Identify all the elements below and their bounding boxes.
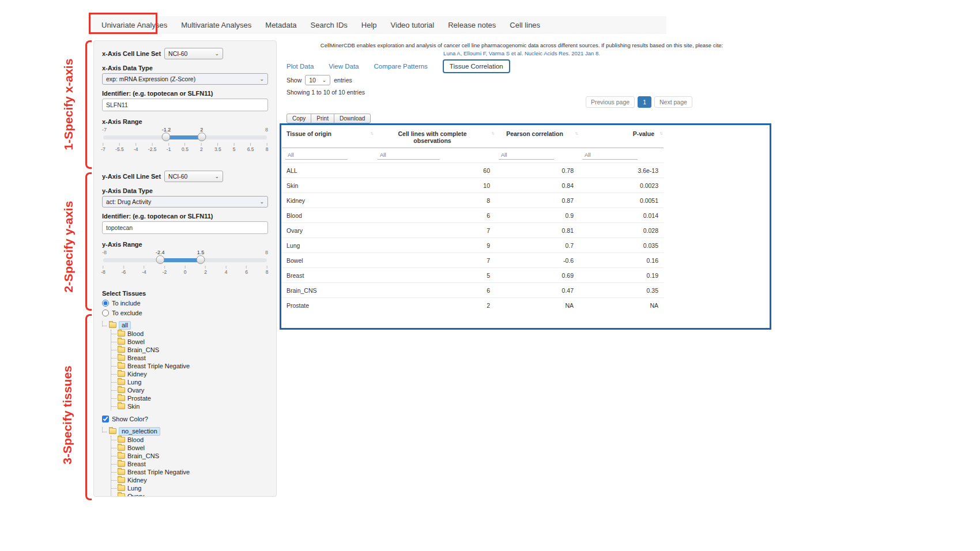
cell-pearson: 0.69 <box>495 268 579 282</box>
y-identifier-input[interactable] <box>102 221 268 234</box>
previous-page-button[interactable]: Previous page <box>586 96 635 108</box>
tree-item-label: Lung <box>127 485 141 492</box>
page-1-button[interactable]: 1 <box>638 96 651 108</box>
tree-item-ovary[interactable]: Ovary <box>111 386 268 394</box>
y-range-label: y-Axis Range <box>102 241 268 248</box>
col-header-cell-lines[interactable]: Cell lines with complete observations ↑↓ <box>374 126 495 148</box>
tree-item-breast[interactable]: Breast <box>111 354 268 362</box>
x-data-type-select[interactable]: exp: mRNA Expression (Z-Score) ⌄ <box>102 73 268 85</box>
radio-to-exclude[interactable]: To exclude <box>102 310 268 316</box>
slider-selected-bar <box>160 258 201 262</box>
x-slider-from-value: -1.2 <box>162 127 171 133</box>
to-include-radio[interactable] <box>102 300 109 307</box>
col-header-pearson-correlation[interactable]: Pearson correlation ↑↓ <box>495 126 579 148</box>
nav-univariate-analyses[interactable]: Univariate Analyses <box>101 21 167 29</box>
nav-cell-lines[interactable]: Cell lines <box>510 21 540 29</box>
tree-item-breast-triple-negative[interactable]: Breast Triple Negative <box>111 468 268 476</box>
nav-search-ids[interactable]: Search IDs <box>311 21 348 29</box>
tree-item-ovary[interactable]: Ovary <box>111 492 268 497</box>
folder-icon <box>118 485 125 491</box>
include-tissue-tree: all Blood Bowel Brain_CNS Breast Breast … <box>102 320 268 410</box>
cell-p-value: 0.0023 <box>579 178 664 193</box>
nav-video-tutorial[interactable]: Video tutorial <box>391 21 435 29</box>
tree-item-bowel[interactable]: Bowel <box>111 338 268 346</box>
cell-count: 6 <box>374 283 495 297</box>
tree-item-skin[interactable]: Skin <box>111 402 268 410</box>
y-range-slider[interactable]: -8 8 -2.4 1.5 -8 -6 -4 -2 0 2 4 6 8 <box>102 250 268 281</box>
tree-item-breast-triple-negative[interactable]: Breast Triple Negative <box>111 362 268 370</box>
col-header-p-value[interactable]: P-value ↑↓ <box>579 126 664 148</box>
table-row[interactable]: Brain_CNS 6 0.47 0.35 <box>282 282 664 297</box>
x-range-slider[interactable]: -7 8 -1.2 2 -7 -5.5 -4 -2.5 -1 0.5 2 3.5… <box>102 127 268 158</box>
table-row[interactable]: Blood 6 0.9 0.014 <box>282 207 664 222</box>
tab-tissue-correlation[interactable]: Tissue Correlation <box>443 59 510 73</box>
table-row[interactable]: Kidney 8 0.87 0.0051 <box>282 193 664 207</box>
tree-item-breast[interactable]: Breast <box>111 460 268 468</box>
copy-button[interactable]: Copy <box>287 114 311 123</box>
tree-item-brain-cns[interactable]: Brain_CNS <box>111 346 268 354</box>
table-row[interactable]: Prostate 2 NA NA <box>282 297 664 312</box>
table-row[interactable]: Skin 10 0.84 0.0023 <box>282 178 664 193</box>
sort-icon[interactable]: ↑↓ <box>659 131 662 136</box>
sort-icon[interactable]: ↑↓ <box>491 131 493 136</box>
filter-p-value-input[interactable] <box>582 150 638 160</box>
next-page-button[interactable]: Next page <box>654 96 692 108</box>
y-slider-handle-to[interactable] <box>197 255 205 264</box>
tab-compare-patterns[interactable]: Compare Patterns <box>374 63 428 70</box>
nav-multivariate-analyses[interactable]: Multivariate Analyses <box>181 21 251 29</box>
folder-icon <box>118 493 125 497</box>
nav-release-notes[interactable]: Release notes <box>448 21 496 29</box>
chevron-down-icon: ⌄ <box>259 77 264 82</box>
cell-tissue: ALL <box>282 163 374 178</box>
table-row[interactable]: ALL 60 0.78 3.6e-13 <box>282 163 664 178</box>
tree-item-blood[interactable]: Blood <box>111 330 268 338</box>
x-identifier-input[interactable] <box>102 99 268 111</box>
sort-icon[interactable]: ↑↓ <box>370 131 372 136</box>
folder-icon <box>118 445 125 451</box>
tree-root-all[interactable]: all <box>102 320 268 330</box>
table-row[interactable]: Bowel 7 -0.6 0.16 <box>282 252 664 267</box>
tree-root-no-selection[interactable]: no_selection <box>102 427 268 436</box>
entries-select[interactable]: 10 ⌄ <box>305 75 330 85</box>
sort-icon[interactable]: ↑↓ <box>575 131 577 136</box>
tab-view-data[interactable]: View Data <box>329 63 359 70</box>
folder-icon <box>109 322 116 328</box>
nav-help[interactable]: Help <box>361 21 377 29</box>
table-row[interactable]: Breast 5 0.69 0.19 <box>282 267 664 282</box>
show-color-row[interactable]: Show Color? <box>102 416 268 422</box>
to-exclude-radio[interactable] <box>102 310 109 316</box>
tree-item-lung[interactable]: Lung <box>111 484 268 492</box>
col-header-tissue-of-origin[interactable]: Tissue of origin ↑↓ <box>282 126 374 148</box>
table-row[interactable]: Ovary 7 0.81 0.028 <box>282 222 664 237</box>
print-button[interactable]: Print <box>311 114 334 123</box>
col-header-label: P-value <box>633 130 654 137</box>
cell-tissue: Breast <box>282 268 374 282</box>
tree-item-bowel[interactable]: Bowel <box>111 444 268 452</box>
radio-to-include[interactable]: To include <box>102 300 268 307</box>
tree-item-brain-cns[interactable]: Brain_CNS <box>111 452 268 460</box>
download-button[interactable]: Download <box>334 114 371 123</box>
show-color-checkbox[interactable] <box>102 416 109 422</box>
y-cell-line-set-select[interactable]: NCI-60 ⌄ <box>164 171 223 182</box>
nav-metadata[interactable]: Metadata <box>265 21 296 29</box>
tree-item-kidney[interactable]: Kidney <box>111 370 268 378</box>
table-row[interactable]: Lung 9 0.7 0.035 <box>282 237 664 252</box>
x-slider-handle-to[interactable] <box>197 133 206 141</box>
tree-item-prostate[interactable]: Prostate <box>111 394 268 402</box>
cell-p-value: 0.35 <box>579 283 664 297</box>
tab-plot-data[interactable]: Plot Data <box>287 63 314 70</box>
citation-link[interactable]: Luna A, Elloumi F, Varma S et al. Nuclei… <box>271 50 772 58</box>
x-cell-line-set-select[interactable]: NCI-60 ⌄ <box>164 48 223 59</box>
y-slider-handle-from[interactable] <box>156 255 164 264</box>
x-slider-handle-from[interactable] <box>162 133 171 141</box>
folder-icon <box>118 469 125 475</box>
cell-count: 7 <box>374 253 495 267</box>
tree-item-lung[interactable]: Lung <box>111 378 268 386</box>
filter-pearson-input[interactable] <box>499 150 554 160</box>
filter-tissue-input[interactable] <box>285 150 348 160</box>
y-data-type-select[interactable]: act: Drug Activity ⌄ <box>102 196 268 207</box>
filter-cell-lines-input[interactable] <box>378 150 440 160</box>
tree-item-kidney[interactable]: Kidney <box>111 476 268 484</box>
cell-p-value: 0.19 <box>579 268 664 282</box>
tree-item-blood[interactable]: Blood <box>111 436 268 444</box>
